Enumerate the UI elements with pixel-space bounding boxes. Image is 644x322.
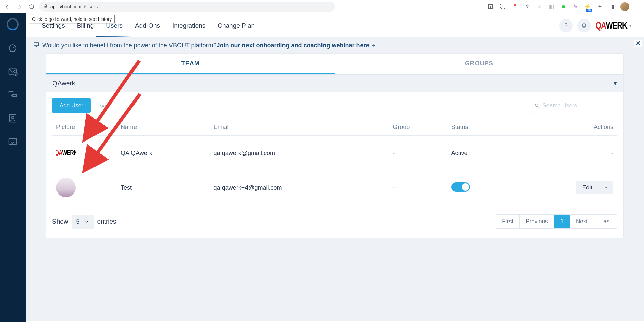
- page-first[interactable]: First: [496, 215, 519, 228]
- edit-dropdown-button[interactable]: [599, 181, 613, 194]
- svg-rect-4: [12, 95, 17, 96]
- translate-icon[interactable]: ⛶: [499, 3, 506, 10]
- table-row: Testqa.qawerk+4@gmail.com-Edit: [52, 170, 617, 205]
- svg-point-6: [11, 116, 14, 119]
- url-path: /Users: [84, 4, 98, 9]
- cell-actions: -: [510, 136, 617, 170]
- sidebar-dashboard-icon[interactable]: [6, 41, 20, 54]
- location-icon[interactable]: 📍: [512, 3, 518, 10]
- subtab-team[interactable]: TEAM: [46, 54, 335, 74]
- ext-badge: 10: [586, 9, 592, 12]
- forward-button[interactable]: [15, 2, 24, 11]
- lock-icon: [44, 4, 48, 9]
- sidebar-pipeline-icon[interactable]: [6, 88, 20, 102]
- users-card: TEAMGROUPS QAwerk ▾ Add User: [46, 53, 624, 238]
- table-row: QAWERKQA QAwerkqa.qawerk@gmail.com-Activ…: [52, 136, 617, 170]
- help-button[interactable]: ?: [559, 19, 573, 32]
- subtab-groups[interactable]: GROUPS: [335, 54, 624, 74]
- cell-group: -: [389, 170, 447, 205]
- add-user-button[interactable]: Add User: [52, 98, 91, 113]
- share-icon[interactable]: ⇪: [524, 3, 530, 10]
- extensions-icon[interactable]: ✦: [596, 3, 603, 10]
- browser-chrome: app.vbout.com/Users ⚿ ⛶ 📍 ⇪ ☆ ◧ ■ ✎ ⚡10 …: [0, 0, 644, 13]
- address-bar[interactable]: app.vbout.com/Users: [39, 2, 335, 12]
- edit-button[interactable]: Edit: [576, 181, 599, 194]
- page-last[interactable]: Last: [594, 215, 617, 228]
- ext-icon-1[interactable]: ◧: [548, 3, 555, 10]
- ext-icon-4[interactable]: ⚡10: [584, 3, 591, 10]
- page-previous[interactable]: Previous: [519, 215, 554, 228]
- caret-down-icon: ▾: [614, 79, 617, 87]
- menu-icon[interactable]: ⋮: [635, 3, 641, 10]
- status-toggle[interactable]: [451, 182, 470, 192]
- page-1[interactable]: 1: [554, 215, 569, 228]
- sidebar-contacts-icon[interactable]: [6, 112, 20, 125]
- col-status: Status: [447, 119, 510, 136]
- col-email: Email: [210, 119, 389, 136]
- cell-status: Active: [447, 136, 510, 170]
- svg-rect-5: [9, 115, 16, 122]
- profile-avatar[interactable]: [620, 2, 629, 11]
- cell-name: Test: [117, 170, 210, 205]
- users-table: PictureNameEmailGroupStatusActions QAWER…: [52, 119, 617, 205]
- topnav-change-plan[interactable]: Change Plan: [212, 13, 261, 37]
- svg-rect-8: [34, 43, 39, 46]
- settings-gear-button[interactable]: [96, 98, 110, 113]
- app-sidebar: [0, 13, 26, 322]
- cell-email: qa.qawerk@gmail.com: [210, 136, 389, 170]
- col-actions: Actions: [510, 119, 617, 136]
- back-button[interactable]: [3, 2, 12, 11]
- account-dropdown[interactable]: QAwerk ▾: [46, 74, 623, 92]
- forward-tooltip: Click to go forward, hold to see history: [29, 15, 115, 23]
- col-picture: Picture: [52, 119, 117, 136]
- ext-icon-2[interactable]: ■: [560, 3, 567, 10]
- monitor-icon: [33, 42, 40, 49]
- banner-close-button[interactable]: ✕: [634, 40, 642, 47]
- col-group: Group: [389, 119, 447, 136]
- search-input[interactable]: [542, 102, 613, 109]
- entries-label: entries: [97, 218, 116, 225]
- svg-point-10: [535, 104, 538, 107]
- cell-name: QA QAwerk: [117, 136, 210, 170]
- col-name: Name: [117, 119, 210, 136]
- notifications-button[interactable]: [577, 19, 591, 32]
- account-dropdown-label: QAwerk: [52, 80, 75, 87]
- chevron-down-icon: ▾: [629, 23, 631, 28]
- search-users[interactable]: [530, 98, 617, 113]
- sub-tabs: TEAMGROUPS: [46, 54, 623, 74]
- svg-rect-3: [9, 91, 13, 93]
- topnav-integrations[interactable]: Integrations: [166, 13, 212, 37]
- show-label: Show: [52, 218, 68, 225]
- sidebar-landing-icon[interactable]: [6, 135, 20, 149]
- top-nav: SettingsBillingUsersAdd-OnsIntegrationsC…: [26, 13, 644, 38]
- svg-point-9: [102, 105, 104, 107]
- banner-text: Would you like to benefit from the power…: [42, 42, 217, 49]
- account-menu[interactable]: QAWERK ▾: [596, 21, 634, 30]
- reload-button[interactable]: [27, 2, 36, 11]
- page-next[interactable]: Next: [570, 215, 594, 228]
- url-host: app.vbout.com: [50, 4, 81, 9]
- chevron-down-icon: [84, 219, 89, 224]
- ext-icon-3[interactable]: ✎: [572, 3, 579, 10]
- banner-link[interactable]: Join our next onboarding and coaching we…: [217, 42, 376, 49]
- cell-status: [447, 170, 510, 205]
- entries-selector: Show 5 entries: [52, 215, 116, 229]
- panel-icon[interactable]: ◨: [608, 3, 615, 10]
- pagination: FirstPrevious1NextLast: [496, 214, 617, 229]
- onboarding-banner: Would you like to benefit from the power…: [26, 38, 644, 53]
- cell-email: qa.qawerk+4@gmail.com: [210, 170, 389, 205]
- key-icon[interactable]: ⚿: [487, 3, 494, 10]
- star-icon[interactable]: ☆: [536, 3, 542, 10]
- search-icon: [534, 103, 540, 109]
- user-avatar: [56, 178, 76, 197]
- sidebar-email-icon[interactable]: [6, 65, 20, 78]
- sidebar-loading: [6, 17, 20, 31]
- cell-group: -: [389, 136, 447, 170]
- user-avatar: QAWERK: [56, 143, 76, 163]
- users-toolbar: Add User: [46, 92, 623, 119]
- topnav-add-ons[interactable]: Add-Ons: [129, 13, 166, 37]
- table-footer: Show 5 entries FirstPrevious1NextLast: [46, 205, 623, 238]
- chrome-toolbar-right: ⚿ ⛶ 📍 ⇪ ☆ ◧ ■ ✎ ⚡10 ✦ ◨ ⋮: [487, 2, 641, 11]
- cell-actions: Edit: [510, 170, 617, 205]
- page-size-select[interactable]: 5: [72, 215, 94, 229]
